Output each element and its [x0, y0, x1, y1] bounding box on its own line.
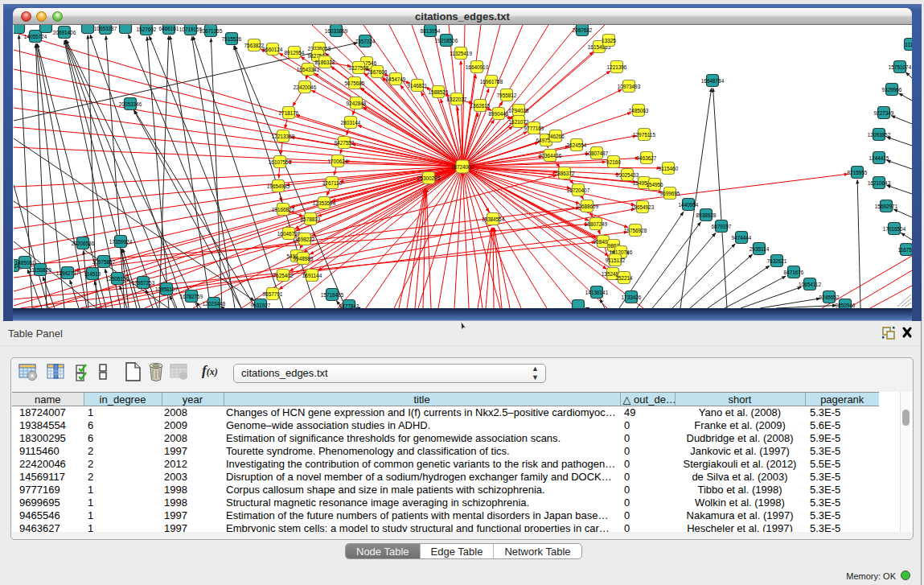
svg-text:10671355: 10671355: [199, 28, 223, 34]
svg-text:7632621: 7632621: [767, 258, 787, 264]
svg-text:1621072: 1621072: [509, 119, 529, 125]
svg-text:1691144: 1691144: [302, 273, 322, 278]
svg-text:8322037: 8322037: [447, 97, 467, 102]
svg-text:7886372: 7886372: [555, 171, 575, 176]
svg-text:19654985: 19654985: [267, 183, 290, 189]
svg-text:9115460: 9115460: [659, 166, 679, 171]
svg-text:114519: 114519: [84, 271, 101, 277]
svg-text:15716485: 15716485: [321, 292, 344, 298]
svg-text:1221396: 1221396: [607, 64, 627, 70]
svg-text:8938928: 8938928: [696, 212, 717, 218]
svg-text:8454749: 8454749: [386, 76, 406, 82]
svg-text:10807487: 10807487: [585, 150, 609, 156]
svg-text:25300295: 25300295: [417, 175, 441, 181]
svg-text:7357224: 7357224: [355, 39, 376, 44]
svg-text:16648784: 16648784: [701, 78, 725, 84]
svg-text:1733426: 1733426: [622, 295, 642, 300]
svg-text:9327508: 9327508: [349, 65, 369, 71]
svg-text:6879197: 6879197: [712, 224, 732, 229]
svg-text:9931927: 9931927: [251, 303, 271, 308]
svg-text:10025433: 10025433: [616, 172, 639, 178]
svg-text:9699695: 9699695: [660, 191, 680, 196]
svg-text:20364436: 20364436: [539, 153, 562, 159]
svg-text:13325: 13325: [602, 38, 616, 43]
svg-text:2867608: 2867608: [368, 69, 388, 75]
svg-text:17957253: 17957253: [132, 280, 155, 286]
svg-text:9777169: 9777169: [524, 126, 544, 131]
svg-text:9146821: 9146821: [408, 83, 428, 89]
svg-text:2718176: 2718176: [279, 110, 299, 116]
svg-text:2087682: 2087682: [573, 27, 593, 33]
svg-text:6794028: 6794028: [509, 108, 529, 113]
svg-text:20206536: 20206536: [72, 241, 95, 246]
svg-text:15751074: 15751074: [889, 64, 912, 70]
svg-text:12023448: 12023448: [203, 301, 226, 307]
svg-text:16107553: 16107553: [269, 159, 292, 165]
svg-text:8578833: 8578833: [301, 216, 321, 222]
svg-text:12975115: 12975115: [633, 132, 655, 138]
svg-text:9329966: 9329966: [882, 87, 902, 93]
svg-text:12942737: 12942737: [56, 270, 80, 276]
svg-text:9227349: 9227349: [874, 110, 894, 116]
svg-text:18724007: 18724007: [451, 164, 474, 170]
svg-text:19756928: 19756928: [624, 228, 647, 233]
svg-text:16961758: 16961758: [480, 79, 503, 84]
svg-text:16210643: 16210643: [868, 180, 891, 186]
svg-text:16033809: 16033809: [325, 28, 348, 34]
svg-text:7515526: 7515526: [222, 36, 242, 42]
svg-text:10973493: 10973493: [618, 84, 641, 89]
svg-text:8215955: 8215955: [848, 170, 868, 175]
svg-text:9115132: 9115132: [606, 257, 626, 263]
svg-text:22420046: 22420046: [294, 84, 317, 90]
svg-text:17016504: 17016504: [883, 226, 906, 232]
svg-text:8990448: 8990448: [489, 111, 509, 117]
svg-text:8186328: 8186328: [315, 60, 335, 65]
svg-text:19384554: 19384554: [482, 216, 505, 222]
svg-text:8813054: 8813054: [421, 28, 441, 34]
svg-text:1362615: 1362615: [470, 103, 491, 109]
svg-text:154956: 154956: [646, 182, 663, 187]
svg-text:14055724: 14055724: [24, 34, 47, 39]
svg-text:5675685: 5675685: [345, 80, 365, 86]
svg-text:10654112: 10654112: [799, 282, 821, 287]
svg-text:1588520: 1588520: [429, 89, 449, 95]
svg-text:8471676: 8471676: [784, 270, 804, 275]
svg-text:15720407: 15720407: [567, 187, 590, 193]
svg-text:746266: 746266: [547, 134, 565, 139]
svg-text:9857791: 9857791: [263, 291, 283, 297]
svg-text:16046798: 16046798: [277, 231, 301, 237]
svg-text:14136141: 14136141: [585, 290, 609, 295]
svg-text:9474444: 9474444: [732, 235, 752, 241]
svg-text:1527602: 1527602: [137, 27, 157, 32]
svg-text:19654923: 19654923: [631, 204, 655, 210]
svg-text:1485061: 1485061: [15, 260, 35, 266]
svg-text:20053346: 20053346: [119, 101, 142, 107]
svg-text:15692971: 15692971: [875, 204, 898, 209]
svg-text:20691406: 20691406: [53, 30, 76, 35]
svg-text:8912954: 8912954: [285, 50, 305, 56]
svg-text:2935114: 2935114: [749, 246, 770, 252]
svg-text:92160: 92160: [606, 159, 621, 165]
svg-text:1244415: 1244415: [869, 155, 889, 161]
svg-text:3698222: 3698222: [295, 237, 315, 242]
svg-text:17359924: 17359924: [109, 239, 133, 245]
svg-text:12093852: 12093852: [868, 132, 891, 138]
svg-text:16543342: 16543342: [297, 67, 320, 72]
svg-text:2803144: 2803144: [341, 120, 361, 126]
svg-text:9948989: 9948989: [294, 256, 314, 262]
svg-text:19218506: 19218506: [435, 38, 458, 43]
svg-text:12505135: 12505135: [106, 276, 129, 282]
svg-text:1440954: 1440954: [679, 202, 699, 208]
svg-text:116753: 116753: [898, 247, 912, 253]
svg-text:9850946: 9850946: [836, 303, 856, 308]
svg-text:252214: 252214: [615, 275, 633, 281]
svg-text:16782759: 16782759: [180, 294, 203, 299]
svg-text:10958107: 10958107: [155, 286, 179, 292]
svg-text:9463627: 9463627: [637, 155, 657, 161]
svg-text:9242848: 9242848: [347, 101, 367, 106]
svg-text:6466161: 6466161: [159, 26, 179, 31]
svg-text:12213369: 12213369: [272, 134, 295, 139]
svg-text:30975867: 30975867: [92, 259, 116, 265]
svg-text:11156829: 11156829: [29, 267, 51, 273]
svg-text:16640910: 16640910: [466, 64, 489, 70]
